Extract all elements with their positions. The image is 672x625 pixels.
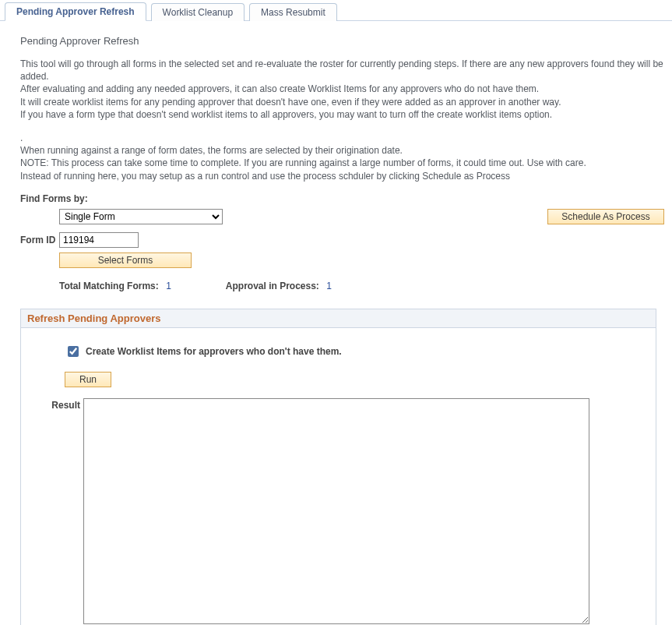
desc-line: After evaluating and adding any needed a…	[20, 83, 539, 94]
description-block-2: . When running against a range of form d…	[20, 132, 664, 182]
approval-in-process-label: Approval in Process:	[226, 281, 319, 291]
tab-pending-approver-refresh[interactable]: Pending Approver Refresh	[5, 2, 146, 21]
page-content: Pending Approver Refresh This tool will …	[0, 21, 672, 625]
desc-line: This tool will go through all forms in t…	[20, 58, 663, 82]
desc-line: When running against a range of form dat…	[20, 145, 403, 156]
description-block-1: This tool will go through all forms in t…	[20, 58, 664, 121]
schedule-as-process-button[interactable]: Schedule As Process	[547, 209, 664, 224]
group-title: Refresh Pending Approvers	[21, 309, 656, 328]
tab-worklist-cleanup[interactable]: Worklist Cleanup	[151, 3, 245, 21]
create-worklist-checkbox[interactable]	[68, 346, 79, 357]
approval-in-process-value: 1	[326, 281, 332, 291]
approval-in-process: Approval in Process: 1	[226, 281, 332, 291]
find-forms-label: Find Forms by:	[20, 193, 664, 204]
select-forms-button[interactable]: Select Forms	[59, 252, 192, 268]
desc-line: If you have a form type that doesn't sen…	[20, 109, 552, 120]
create-worklist-label: Create Worklist Items for approvers who …	[86, 346, 342, 357]
total-matching-value: 1	[166, 281, 171, 291]
form-id-input[interactable]	[59, 232, 139, 248]
total-matching-forms: Total Matching Forms: 1	[59, 281, 171, 291]
find-forms-select[interactable]: Single Form	[59, 209, 223, 224]
tab-mass-resubmit[interactable]: Mass Resubmit	[249, 3, 337, 21]
desc-line: It will create worklist items for any pe…	[20, 97, 561, 108]
run-button[interactable]: Run	[65, 372, 111, 387]
desc-line: Instead of running here, you may setup a…	[20, 171, 510, 182]
form-id-label: Form ID	[20, 235, 59, 245]
result-label: Result	[47, 398, 83, 411]
result-textarea[interactable]	[83, 398, 589, 624]
desc-line: NOTE: This process can take some time to…	[20, 157, 586, 168]
tab-bar: Pending Approver Refresh Worklist Cleanu…	[0, 2, 672, 21]
total-matching-label: Total Matching Forms:	[59, 281, 159, 291]
refresh-pending-approvers-group: Refresh Pending Approvers Create Worklis…	[20, 309, 656, 625]
page-title: Pending Approver Refresh	[20, 35, 664, 47]
